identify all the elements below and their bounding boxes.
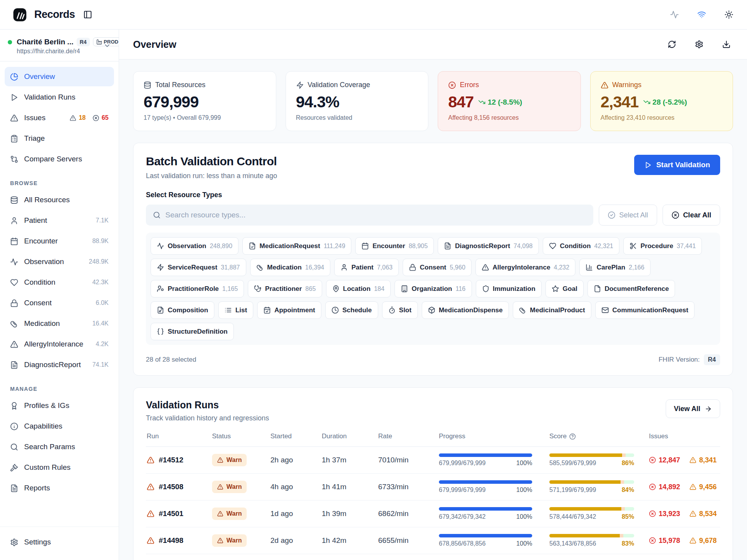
resource-chip-observation[interactable]: Observation248,890 (151, 237, 238, 255)
sidebar-item-search-params[interactable]: Search Params (5, 437, 114, 457)
sidebar-item-capabilities[interactable]: Capabilities (5, 416, 114, 436)
run-duration: 1h 41m (322, 483, 378, 491)
resource-chip-procedure[interactable]: Procedure37,441 (623, 237, 702, 255)
sidebar-item-settings[interactable]: Settings (5, 532, 114, 552)
resource-chip-careplan[interactable]: CarePlan2,166 (579, 259, 651, 276)
sidebar-item-consent[interactable]: Consent6.0K (5, 293, 114, 313)
database-icon (10, 196, 18, 204)
triangle-alert-icon (147, 510, 154, 518)
app-title: Records (34, 9, 75, 21)
sidebar-item-triage[interactable]: Triage (5, 129, 114, 148)
resource-chip-consent[interactable]: Consent5,960 (403, 259, 472, 276)
sidebar-item-condition[interactable]: Condition42.3K (5, 273, 114, 292)
sidebar-item-reports[interactable]: Reports (5, 478, 114, 498)
resource-chip-medication[interactable]: Medication16,394 (250, 259, 331, 276)
resource-chip-medicationrequest[interactable]: MedicationRequest111,249 (242, 237, 351, 255)
theme-sun-icon[interactable] (722, 8, 735, 21)
warning-count: 8,341 (689, 456, 717, 464)
browse-section-label: BROWSE (0, 170, 119, 190)
stat-value: 2,341 (601, 93, 639, 111)
play-icon (10, 93, 18, 102)
sidebar-item-label: Search Params (24, 443, 75, 451)
sidebar-item-diagnosticreport[interactable]: DiagnosticReport74.1K (5, 355, 114, 374)
resource-chip-goal[interactable]: Goal (545, 280, 584, 298)
resource-chip-servicerequest[interactable]: ServiceRequest31,887 (151, 259, 246, 276)
sidebar: Charité Berlin ... R4 PROD https://fhir.… (0, 30, 119, 560)
sidebar-item-allergyintolerance[interactable]: AllergyIntolerance4.2K (5, 334, 114, 354)
gavel-icon (10, 464, 18, 472)
start-validation-button[interactable]: Start Validation (634, 155, 720, 175)
resource-chip-practitioner[interactable]: Practitioner865 (248, 280, 322, 298)
resource-chip-location[interactable]: Location184 (326, 280, 391, 298)
resource-chip-communicationrequest[interactable]: CommunicationRequest (595, 301, 695, 319)
run-issues: 15,9789,678 (649, 537, 719, 545)
column-progress: Progress (439, 432, 549, 440)
resource-chip-structuredefinition[interactable]: StructureDefinition (151, 323, 234, 340)
resource-chip-composition[interactable]: Composition (151, 301, 214, 319)
resource-chip-encounter[interactable]: Encounter88,905 (355, 237, 434, 255)
resource-search-input[interactable] (165, 211, 586, 219)
stat-value: 847 (448, 93, 473, 111)
resource-chip-diagnosticreport[interactable]: DiagnosticReport74,098 (438, 237, 539, 255)
resource-chip-condition[interactable]: Condition42,321 (543, 237, 619, 255)
settings-gear-icon[interactable] (693, 38, 706, 51)
sidebar-item-all-resources[interactable]: All Resources (5, 190, 114, 210)
refresh-icon[interactable] (665, 38, 679, 51)
resource-chip-medicinalproduct[interactable]: MedicinalProduct (513, 301, 591, 319)
resource-chip-patient[interactable]: Patient7,063 (334, 259, 399, 276)
run-started: 1d ago (270, 509, 322, 518)
download-icon[interactable] (720, 38, 733, 51)
resource-chip-slot[interactable]: Slot (382, 301, 418, 319)
pill-icon (256, 264, 264, 271)
resource-chip-organization[interactable]: Organization116 (395, 280, 472, 298)
run-row-14512[interactable]: #14512Warn2h ago1h 37m7010/min679,999/67… (146, 447, 720, 474)
resource-chip-medicationdispense[interactable]: MedicationDispense (422, 301, 509, 319)
warning-count: 9,456 (689, 483, 717, 491)
sidebar-toggle-icon[interactable] (81, 8, 95, 21)
run-row-14501[interactable]: #14501Warn1d ago1h 39m6862/min679,342/67… (146, 500, 720, 527)
resource-chip-practitionerrole[interactable]: PractitionerRole1,165 (151, 280, 244, 298)
resource-chip-schedule[interactable]: Schedule (325, 301, 378, 319)
score-help-icon[interactable] (569, 433, 576, 440)
run-duration: 1h 39m (322, 509, 378, 518)
sidebar-item-overview[interactable]: Overview (5, 67, 114, 86)
stat-value: 679,999 (144, 93, 198, 111)
activity-icon[interactable] (668, 8, 681, 21)
wifi-icon[interactable] (695, 8, 708, 21)
server-selector[interactable]: Charité Berlin ... R4 PROD https://fhir.… (0, 30, 119, 61)
resource-chip-documentreference[interactable]: DocumentReference (587, 280, 675, 298)
view-all-button[interactable]: View All (666, 399, 720, 418)
sidebar-item-profiles-igs[interactable]: Profiles & IGs (5, 396, 114, 415)
run-row-14508[interactable]: #14508Warn4h ago1h 41m6733/min679,999/67… (146, 474, 720, 500)
select-all-button[interactable]: Select All (599, 205, 657, 226)
run-rate: 6655/min (378, 536, 439, 545)
sidebar-item-compare-servers[interactable]: Compare Servers (5, 149, 114, 169)
sidebar-item-encounter[interactable]: Encounter88.9K (5, 231, 114, 251)
clear-all-button[interactable]: Clear All (663, 205, 720, 226)
play-icon (644, 161, 652, 169)
progress-percent: 100% (516, 460, 532, 467)
resource-chip-allergyintolerance[interactable]: AllergyIntolerance4,232 (475, 259, 575, 276)
sidebar-item-label: AllergyIntolerance (24, 340, 83, 348)
sidebar-item-observation[interactable]: Observation248.9K (5, 252, 114, 271)
resource-chip-immunization[interactable]: Immunization (476, 280, 542, 298)
run-issues: 14,8929,456 (649, 483, 719, 491)
sidebar-item-issues[interactable]: Issues1865 (5, 108, 114, 128)
sidebar-item-medication[interactable]: Medication16.4K (5, 314, 114, 333)
resource-chip-list[interactable]: List (218, 301, 253, 319)
progress-bar: 679,342/679,342100% (439, 507, 532, 520)
fhir-version-value: R4 (704, 354, 720, 365)
user-icon (10, 217, 18, 225)
run-row-14498[interactable]: #14498Warn2d ago1h 42m6655/min678,856/67… (146, 527, 720, 554)
run-rate: 6862/min (378, 509, 439, 518)
resource-chip-appointment[interactable]: Appointment (257, 301, 321, 319)
run-id: #14508 (147, 483, 212, 491)
column-duration: Duration (322, 432, 378, 440)
runs-subtitle: Track validation history and regressions (146, 414, 269, 422)
sidebar-item-patient[interactable]: Patient7.1K (5, 211, 114, 230)
sidebar-item-custom-rules[interactable]: Custom Rules (5, 458, 114, 477)
lock-icon (409, 264, 416, 271)
run-row-14495[interactable]: #14495Warn3d ago1h 38m6921/min678,234/67… (146, 554, 720, 560)
sidebar-item-validation-runs[interactable]: Validation Runs (5, 88, 114, 107)
star-icon (552, 285, 559, 292)
